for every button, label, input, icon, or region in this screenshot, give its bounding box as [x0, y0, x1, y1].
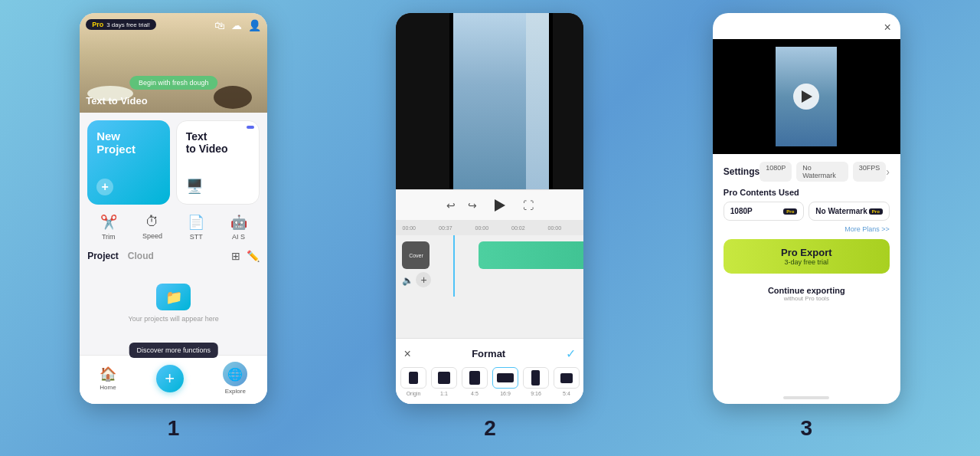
- project-actions: ⊞ ✏️: [231, 250, 260, 262]
- pro-card-2-badge: Pro: [869, 208, 883, 215]
- fresh-dough-button[interactable]: Begin with fresh dough: [129, 76, 218, 90]
- project-section: Project Cloud ⊞ ✏️: [87, 250, 260, 262]
- format-close-button[interactable]: ×: [403, 347, 410, 361]
- screen3-number: 3: [801, 416, 813, 441]
- project-cards: NewProject + Textto Video 🖥️: [87, 120, 260, 205]
- user-icon[interactable]: 👤: [248, 19, 261, 31]
- project-tab-active[interactable]: Project: [87, 251, 119, 261]
- play-button[interactable]: [489, 195, 511, 216]
- tool-speed[interactable]: ⏱ Speed: [142, 214, 162, 241]
- trial-text: 3 days free trial!: [106, 21, 150, 28]
- pro-label: Pro: [92, 21, 103, 28]
- format-4-5[interactable]: 4:5: [462, 367, 488, 396]
- redo-icon[interactable]: ↪: [468, 199, 477, 212]
- home-icon: 🏠: [100, 366, 116, 382]
- screen2-editor: ↩ ↪ ⛶ 00:00 00:37 00:00 00:02 00:00 Cov: [396, 13, 583, 404]
- export-close-button[interactable]: ×: [884, 21, 890, 34]
- format-9-16[interactable]: 9:16: [523, 367, 549, 396]
- hero-section: Pro 3 days free trial! 🛍 ☁ 👤 Begin with …: [80, 13, 267, 113]
- text-to-video-card[interactable]: Textto Video 🖥️: [176, 120, 260, 205]
- timeline-ruler: 00:00 00:37 00:00 00:02 00:00: [396, 220, 583, 235]
- edit-icon[interactable]: ✏️: [247, 250, 260, 262]
- beta-badge: [247, 126, 254, 129]
- preview-left: [396, 13, 449, 189]
- format-4-5-label: 4:5: [471, 391, 479, 396]
- tools-row: ✂️ Trim ⏱ Speed 📄 STT 🤖 AI S: [87, 211, 260, 244]
- format-1-1[interactable]: 1:1: [431, 367, 457, 396]
- export-video-thumbnail: [776, 47, 837, 146]
- format-1-1-icon: [431, 367, 457, 389]
- cloud-icon[interactable]: ☁: [231, 19, 242, 31]
- project-tabs: Project Cloud: [87, 251, 154, 261]
- bottom-nav: 🏠 Home + 🌐 Explore: [80, 355, 267, 404]
- discover-tooltip: Discover more functions: [129, 343, 218, 358]
- format-4-5-icon: [462, 367, 488, 389]
- preview-center2: [526, 13, 549, 189]
- speed-icon: ⏱: [145, 214, 159, 230]
- export-body: Settings 1080P No Watermark 30FPS › Pro …: [713, 154, 900, 392]
- more-plans-link[interactable]: More Plans >>: [724, 225, 890, 233]
- tool-stt[interactable]: 📄 STT: [188, 214, 204, 241]
- screen1-phone: Pro 3 days free trial! 🛍 ☁ 👤 Begin with …: [80, 13, 267, 404]
- play-controls: ↩ ↪ ⛶: [396, 189, 583, 220]
- pro-card-resolution-label: 1080P: [730, 207, 753, 215]
- add-track-button[interactable]: +: [416, 272, 431, 287]
- tool-trim[interactable]: ✂️ Trim: [100, 214, 117, 241]
- pro-card-watermark[interactable]: No Watermark Pro: [808, 202, 890, 221]
- format-origin[interactable]: Origin: [400, 367, 426, 396]
- pro-badge: Pro 3 days free trial!: [86, 19, 156, 30]
- ai-label: AI S: [232, 233, 245, 241]
- pro-export-label: Pro Export: [731, 247, 882, 258]
- pro-export-button[interactable]: Pro Export 3-day free trial: [724, 239, 890, 274]
- time-mark-3: 00:02: [511, 225, 525, 231]
- nav-home[interactable]: 🏠 Home: [100, 366, 116, 391]
- format-5-4-label: 5:4: [563, 391, 570, 396]
- nav-add-button[interactable]: +: [156, 365, 184, 392]
- audio-icon[interactable]: 🔈: [402, 275, 413, 286]
- format-options: Origin 1:1 4:5: [403, 367, 576, 396]
- fps-pill: 30FPS: [853, 162, 887, 182]
- nav-explore[interactable]: 🌐 Explore: [223, 362, 247, 395]
- undo-icon[interactable]: ↩: [446, 199, 456, 212]
- cover-track[interactable]: Cover: [402, 241, 430, 269]
- format-title: Format: [411, 348, 567, 359]
- text-to-video-label: Text to Video: [86, 95, 147, 107]
- settings-chevron-icon[interactable]: ›: [886, 166, 890, 178]
- ai-video-icon: 🖥️: [186, 178, 203, 195]
- format-9-16-label: 9:16: [531, 391, 541, 396]
- screen2-number: 2: [484, 416, 496, 441]
- format-5-4[interactable]: 5:4: [554, 367, 580, 396]
- hero-bowl: [214, 86, 252, 109]
- screen1-wrapper: Pro 3 days free trial! 🛍 ☁ 👤 Begin with …: [80, 13, 267, 441]
- screen3-export: × Settings 1080P No Watermark 30FPS: [713, 13, 900, 404]
- pro-card-resolution[interactable]: 1080P Pro: [724, 202, 805, 221]
- timeline-container: Cover 1.6s 1.9s 🔈 +: [396, 235, 583, 338]
- trim-icon: ✂️: [100, 214, 117, 231]
- pro-cards-row: 1080P Pro No Watermark Pro: [724, 202, 890, 221]
- settings-pills: 1080P No Watermark 30FPS: [760, 162, 886, 182]
- explore-label: Explore: [225, 388, 246, 395]
- new-project-card[interactable]: NewProject +: [87, 120, 170, 205]
- format-confirm-button[interactable]: ✓: [566, 346, 576, 361]
- continue-export-button[interactable]: Continue exporting without Pro tools: [724, 280, 890, 308]
- pro-card-1-badge: Pro: [783, 208, 797, 215]
- main-video-track[interactable]: 1.6s 1.9s: [479, 241, 583, 269]
- crop-icon[interactable]: ⛶: [523, 199, 534, 212]
- grid-icon[interactable]: ⊞: [231, 250, 240, 262]
- tool-ai[interactable]: 🤖 AI S: [230, 214, 247, 241]
- format-16-9[interactable]: 16:9: [492, 367, 518, 396]
- header-icons: 🛍 ☁ 👤: [214, 19, 261, 31]
- settings-label: Settings: [724, 166, 760, 177]
- screen2-wrapper: ↩ ↪ ⛶ 00:00 00:37 00:00 00:02 00:00 Cov: [396, 13, 583, 441]
- project-tab-cloud[interactable]: Cloud: [128, 251, 154, 261]
- trim-label: Trim: [102, 233, 116, 241]
- play-triangle-icon: [495, 199, 505, 212]
- format-9-16-icon: [523, 367, 549, 389]
- export-play-button[interactable]: [793, 84, 819, 110]
- pro-contents-section: Pro Contents Used 1080P Pro No Watermark…: [724, 188, 890, 233]
- format-16-9-icon: [492, 367, 518, 389]
- export-play-triangle-icon: [802, 90, 812, 103]
- bag-icon[interactable]: 🛍: [214, 19, 225, 31]
- add-project-icon[interactable]: +: [96, 179, 113, 195]
- cover-label: Cover: [409, 253, 423, 258]
